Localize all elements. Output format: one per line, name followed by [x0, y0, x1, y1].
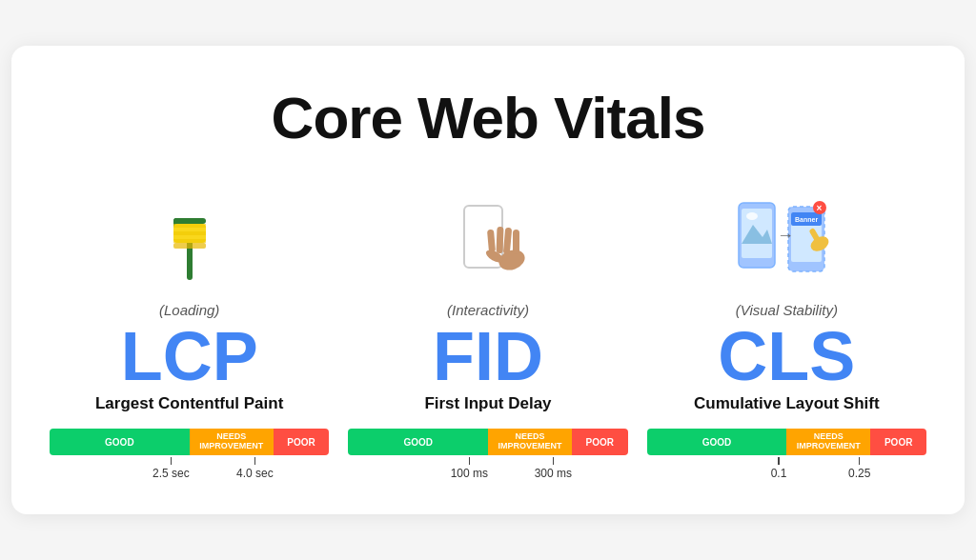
cls-name: Cumulative Layout Shift — [694, 394, 880, 413]
cls-acronym: CLS — [718, 322, 855, 390]
lcp-threshold2: 4.0 sec — [236, 467, 274, 480]
cls-good-segment: GOOD — [647, 429, 787, 455]
lcp-good-segment: GOOD — [50, 429, 190, 455]
cls-needs-segment: NEEDSIMPROVEMENT — [786, 429, 870, 455]
lcp-acronym: LCP — [121, 322, 258, 390]
svg-rect-5 — [173, 231, 206, 235]
fid-icon-area — [436, 182, 540, 296]
svg-rect-2 — [173, 218, 206, 224]
layout-shift-icon: Banner × → — [729, 191, 844, 287]
svg-rect-6 — [173, 239, 206, 243]
vital-lcp: (Loading) LCP Largest Contentful Paint G… — [50, 182, 329, 480]
fid-good-segment: GOOD — [348, 429, 488, 455]
lcp-bar-container: GOOD NEEDSIMPROVEMENT POOR 2.5 sec — [50, 429, 329, 480]
lcp-needs-segment: NEEDSIMPROVEMENT — [190, 429, 274, 455]
lcp-bar-track: GOOD NEEDSIMPROVEMENT POOR — [50, 429, 329, 455]
svg-rect-14 — [496, 227, 503, 253]
page-title: Core Web Vitals — [50, 84, 926, 151]
fid-poor-segment: POOR — [572, 429, 628, 455]
lcp-icon-area — [147, 182, 233, 296]
vitals-grid: (Loading) LCP Largest Contentful Paint G… — [50, 182, 926, 480]
svg-rect-7 — [173, 243, 206, 249]
cls-icon-area: Banner × → — [729, 182, 844, 296]
svg-point-19 — [746, 212, 758, 220]
cls-bar-track: GOOD NEEDSIMPROVEMENT POOR — [647, 429, 926, 455]
svg-text:Banner: Banner — [795, 216, 818, 223]
lcp-poor-segment: POOR — [274, 429, 330, 455]
fid-bar-track: GOOD NEEDSIMPROVEMENT POOR — [348, 429, 627, 455]
cls-bar-container: GOOD NEEDSIMPROVEMENT POOR 0.1 0 — [647, 429, 926, 480]
svg-text:→: → — [777, 226, 794, 245]
cls-threshold2: 0.25 — [848, 467, 870, 480]
fid-bar-container: GOOD NEEDSIMPROVEMENT POOR 100 ms — [348, 429, 627, 480]
cls-poor-segment: POOR — [870, 429, 926, 455]
fid-category: (Interactivity) — [447, 302, 529, 318]
lcp-name: Largest Contentful Paint — [95, 394, 283, 413]
fid-name: First Input Delay — [424, 394, 551, 413]
paint-roller-icon — [147, 191, 233, 287]
tap-icon — [436, 191, 540, 287]
lcp-category: (Loading) — [159, 302, 219, 318]
main-card: Core Web Vitals — [11, 46, 965, 514]
vital-fid: (Interactivity) FID First Input Delay GO… — [348, 182, 627, 480]
svg-rect-12 — [513, 230, 519, 254]
cls-threshold1: 0.1 — [771, 467, 787, 480]
lcp-threshold1: 2.5 sec — [152, 467, 190, 480]
vital-cls: Banner × → (Visual Stability) CLS Cumula… — [647, 182, 926, 480]
svg-text:×: × — [817, 203, 823, 213]
svg-rect-4 — [173, 224, 206, 228]
fid-needs-segment: NEEDSIMPROVEMENT — [488, 429, 572, 455]
fid-threshold1: 100 ms — [451, 467, 488, 480]
cls-category: (Visual Stability) — [736, 302, 838, 318]
fid-threshold2: 300 ms — [535, 467, 572, 480]
fid-acronym: FID — [433, 322, 543, 390]
